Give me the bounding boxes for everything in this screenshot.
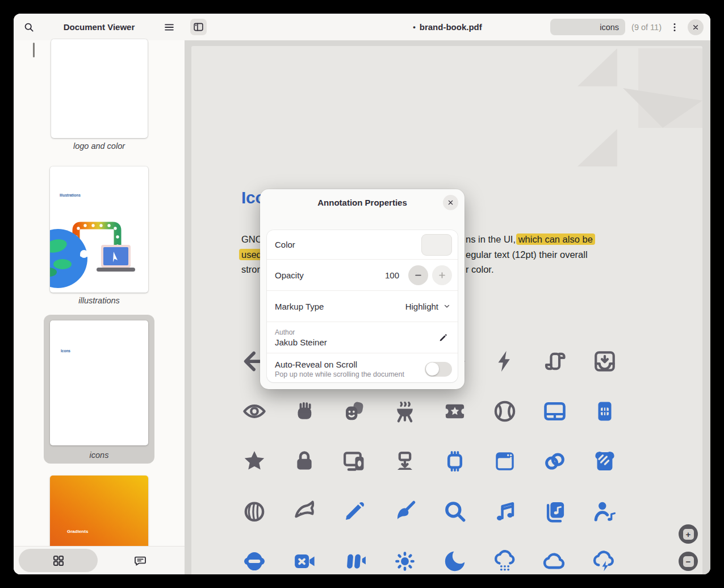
opacity-label: Opacity: [275, 270, 385, 280]
icon-grill: [391, 398, 419, 425]
icon-helmet: [241, 548, 268, 574]
thumbnail-icons[interactable]: Icons: [50, 320, 148, 445]
text-fragment: ns in the UI, which can also be: [466, 234, 593, 245]
thumbnail-illustrations[interactable]: Illustrations: [50, 166, 148, 293]
icon-sun: [391, 548, 419, 574]
icon-display-download: [391, 448, 419, 475]
icon-bolt: [491, 348, 518, 375]
thumbnail-caption-illustrations: illustrations: [14, 296, 185, 305]
icon-chip: [441, 448, 468, 475]
main-headerbar: • brand-book.pdf (9 of 11): [185, 14, 710, 41]
sidebar-panel-icon: [192, 21, 204, 33]
thumbnail-logo-and-color[interactable]: [51, 39, 148, 138]
edit-author-button[interactable]: [434, 328, 452, 347]
icon-bread: [241, 498, 268, 525]
author-label: Author: [275, 328, 434, 336]
color-swatch: [424, 237, 449, 253]
chevron-down-icon: [442, 301, 452, 311]
close-icon: [691, 23, 700, 32]
thumbnails-sidebar: logo and color Illustrations: [14, 40, 185, 574]
more-options-button[interactable]: [668, 19, 681, 36]
sidebar-toggle-button[interactable]: [190, 19, 207, 35]
thumbnail-caption-icons: icons: [14, 451, 185, 460]
author-row: Author Jakub Steiner: [267, 322, 458, 353]
opacity-increase-button[interactable]: [432, 265, 452, 285]
close-icon: [446, 198, 455, 207]
pencil-edit-icon: [438, 332, 449, 343]
icon-video-clip: [341, 548, 368, 574]
tab-thumbnails[interactable]: [19, 549, 98, 572]
markup-type-label: Markup Type: [275, 302, 405, 311]
zoom-out-icon: −: [683, 556, 694, 567]
page-name-input[interactable]: [550, 19, 625, 35]
icon-storm-cloud: [591, 548, 618, 574]
zoom-out-button[interactable]: −: [679, 552, 698, 571]
sidebar-view-switcher: [14, 546, 185, 574]
window-close-button[interactable]: [688, 19, 704, 35]
text-fragment: egular text (12pt) their overall: [466, 249, 588, 260]
icon-window-app: [491, 448, 518, 475]
icon-star: [241, 448, 268, 475]
icon-sim-card: [591, 398, 618, 425]
annotation-bubble-icon: [133, 554, 147, 568]
minus-icon: [413, 270, 424, 281]
grid-icon: [52, 554, 65, 568]
icon-fist: [291, 398, 318, 425]
zoom-in-button[interactable]: +: [679, 524, 698, 544]
text-fragment: GNO: [241, 234, 263, 245]
mini-heading-gradients: Gradients: [67, 529, 88, 534]
icon-rain-cloud: [491, 548, 518, 574]
app-title: Document Viewer: [14, 14, 185, 40]
hamburger-icon: [163, 21, 175, 34]
auto-reveal-toggle[interactable]: [425, 362, 452, 377]
icon-toast: [591, 448, 618, 475]
dialog-settings-card: Color Opacity 100 Markup Type Highlight …: [267, 230, 458, 382]
color-swatch-button[interactable]: [421, 234, 452, 256]
icon-inbox-download: [591, 348, 618, 375]
icon-masks: [341, 398, 368, 425]
text-fragment: r color.: [466, 264, 494, 275]
icon-lock: [291, 448, 318, 475]
auto-reveal-subtitle: Pop up note while scrolling the document: [275, 370, 425, 378]
opacity-decrease-button[interactable]: [408, 265, 428, 285]
opacity-value: 100: [385, 270, 399, 280]
icon-touchpad: [541, 398, 568, 425]
zoom-in-icon: +: [683, 529, 694, 540]
dialog-title: Annotation Properties: [260, 198, 464, 207]
main-menu-button[interactable]: [161, 19, 178, 36]
icon-brush: [391, 498, 419, 525]
plus-icon: [437, 270, 447, 281]
page-count-label: (9 of 11): [631, 23, 662, 32]
illustration-art: [50, 166, 148, 293]
icon-video-x: [291, 548, 318, 574]
header-actions: (9 of 11): [550, 14, 704, 40]
tab-annotations[interactable]: [101, 549, 179, 572]
icon-pencil: [341, 498, 368, 525]
icon-cloud: [541, 548, 568, 574]
dialog-close-button[interactable]: [443, 195, 458, 210]
mini-heading-icons: Icons: [61, 349, 70, 353]
thumbnail-caption-logo: logo and color: [14, 141, 185, 151]
auto-reveal-row: Auto-Reveal on Scroll Pop up note while …: [267, 353, 458, 382]
icon-moon: [441, 548, 468, 574]
page-corner-decoration: [577, 46, 702, 168]
icon-scroll: [541, 348, 568, 375]
markup-type-row[interactable]: Markup Type Highlight: [267, 291, 458, 322]
toggle-knob: [426, 362, 439, 376]
auto-reveal-label: Auto-Reveal on Scroll: [275, 360, 425, 369]
icon-screen-phone: [341, 448, 368, 475]
markup-type-value: Highlight: [405, 302, 438, 311]
annotation-properties-dialog: Annotation Properties Color Opacity 100 …: [260, 189, 464, 389]
opacity-row: Opacity 100: [267, 260, 458, 291]
kebab-menu-icon: [669, 22, 680, 33]
app-window: Document Viewer • brand-book.pdf (9 of 1…: [14, 14, 710, 574]
text-fragment: used: [241, 249, 262, 260]
icon-ball: [491, 398, 518, 425]
color-label: Color: [275, 240, 421, 249]
icon-eye: [241, 398, 268, 425]
sidebar-headerbar: Document Viewer: [14, 14, 185, 41]
sidebar-scrollbar[interactable]: [33, 43, 35, 57]
icon-magnifier: [441, 498, 468, 525]
icon-fish: [291, 498, 318, 525]
icon-ticket-star: [441, 398, 468, 425]
